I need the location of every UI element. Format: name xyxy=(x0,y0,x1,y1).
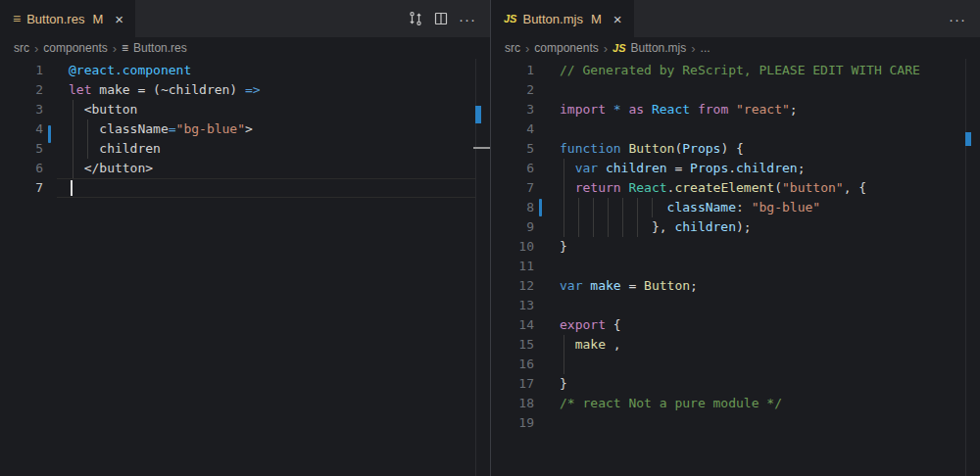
code-line[interactable]: 14export { xyxy=(491,315,980,335)
breadcrumb-item-file[interactable]: Button.res xyxy=(133,41,187,55)
code-line[interactable]: 12var make = Button; xyxy=(491,276,980,296)
line-number: 12 xyxy=(491,276,534,296)
chevron-right-icon: › xyxy=(525,41,529,56)
code-editor-left[interactable]: 1@react.component2let make = (~children)… xyxy=(0,59,490,476)
line-number: 7 xyxy=(491,178,534,198)
line-number: 1 xyxy=(0,61,43,80)
javascript-file-icon: JS xyxy=(504,14,516,24)
code-line[interactable]: 18/* react Not a pure module */ xyxy=(491,394,980,413)
editor-pane-right: JS Button.mjs M × ··· src › components ›… xyxy=(491,0,980,476)
code-text: make , xyxy=(560,335,621,355)
breadcrumb-item-src[interactable]: src xyxy=(505,41,520,55)
line-number: 4 xyxy=(491,119,534,139)
indent-guide xyxy=(593,198,594,217)
tab-label: Button.mjs xyxy=(522,12,582,26)
code-line[interactable]: 3import * as React from "react"; xyxy=(491,100,980,119)
breadcrumb-item-symbol[interactable]: ... xyxy=(701,41,710,55)
code-text: children xyxy=(69,139,161,159)
gutter-modified-indicator xyxy=(48,125,51,143)
current-line-highlight xyxy=(57,178,475,198)
vscode-editor-window: ≡ Button.res M × xyxy=(0,0,980,476)
code-text: <button xyxy=(69,100,137,119)
close-icon[interactable]: × xyxy=(613,12,622,26)
editor-pane-left: ≡ Button.res M × xyxy=(0,0,490,476)
line-number: 15 xyxy=(491,335,534,355)
line-number: 14 xyxy=(491,315,534,335)
overview-ruler-modified-marker[interactable] xyxy=(475,106,481,123)
code-text: var children = Props.children; xyxy=(560,159,806,178)
code-text: import * as React from "react"; xyxy=(560,100,798,119)
indent-guide xyxy=(87,119,88,159)
breadcrumb: src › components › JS Button.mjs › ... xyxy=(491,37,980,59)
line-number: 5 xyxy=(491,139,534,159)
line-number: 17 xyxy=(491,374,534,394)
rescript-file-icon: ≡ xyxy=(13,12,21,25)
line-number: 2 xyxy=(0,80,43,100)
line-number: 16 xyxy=(491,355,534,374)
line-number: 10 xyxy=(491,237,534,257)
more-actions-icon[interactable]: ··· xyxy=(949,11,966,27)
breadcrumb-item-components[interactable]: components xyxy=(43,41,107,55)
indent-guide xyxy=(622,198,623,217)
chevron-right-icon: › xyxy=(34,41,38,56)
line-number: 5 xyxy=(0,139,43,159)
overview-ruler-modified-marker[interactable] xyxy=(965,132,971,146)
code-text: let make = (~children) => xyxy=(69,80,261,100)
overview-ruler-cursor-marker[interactable] xyxy=(473,147,490,149)
indent-guide xyxy=(578,217,579,237)
code-line[interactable]: 4 className="bg-blue"> xyxy=(0,119,490,139)
code-editor-right[interactable]: 1// Generated by ReScript, PLEASE EDIT W… xyxy=(491,59,980,476)
indent-guide xyxy=(593,217,594,237)
close-icon[interactable]: × xyxy=(115,12,123,26)
breadcrumb-item-src[interactable]: src xyxy=(14,41,29,55)
indent-guide xyxy=(608,198,609,217)
gutter-modified-indicator xyxy=(539,199,542,216)
code-text: export { xyxy=(560,315,621,335)
indent-guide xyxy=(564,159,564,237)
open-changes-icon[interactable] xyxy=(408,11,423,26)
line-number: 18 xyxy=(491,394,534,413)
indent-guide xyxy=(608,217,609,237)
split-editor-icon[interactable] xyxy=(433,11,449,26)
pane-divider[interactable] xyxy=(490,0,491,476)
code-line[interactable]: 5function Button(Props) { xyxy=(491,139,980,159)
code-line[interactable]: 10} xyxy=(491,237,980,257)
line-number: 8 xyxy=(491,198,534,217)
line-number: 3 xyxy=(491,100,534,119)
line-number: 6 xyxy=(0,159,43,178)
editor-actions: ··· xyxy=(408,0,490,37)
tab-button-mjs[interactable]: JS Button.mjs M × xyxy=(491,0,634,37)
breadcrumb-item-file[interactable]: Button.mjs xyxy=(631,41,687,55)
code-text: /* react Not a pure module */ xyxy=(560,394,782,413)
code-line[interactable]: 1// Generated by ReScript, PLEASE EDIT W… xyxy=(491,61,980,80)
chevron-right-icon: › xyxy=(604,41,608,56)
code-line[interactable]: 2 xyxy=(491,80,980,100)
more-actions-icon[interactable]: ··· xyxy=(459,11,476,27)
code-line[interactable]: 4 xyxy=(491,119,980,139)
code-line[interactable]: 5 children xyxy=(0,139,490,159)
line-number: 1 xyxy=(491,61,534,80)
code-line[interactable]: 13 xyxy=(491,296,980,315)
code-line[interactable]: 11 xyxy=(491,257,980,276)
line-number: 3 xyxy=(0,100,43,119)
code-line[interactable]: 3 <button xyxy=(0,100,490,119)
indent-guide xyxy=(622,217,623,237)
tab-button-res[interactable]: ≡ Button.res M × xyxy=(0,0,135,37)
tab-bar-right: JS Button.mjs M × ··· xyxy=(491,0,980,37)
code-line[interactable]: 1@react.component xyxy=(0,61,490,80)
code-text: </button> xyxy=(69,159,153,178)
breadcrumb: src › components › ≡ Button.res xyxy=(0,37,490,59)
code-text: var make = Button; xyxy=(560,276,698,296)
indent-guide xyxy=(637,198,638,217)
code-text: function Button(Props) { xyxy=(560,139,744,159)
javascript-file-icon: JS xyxy=(612,43,625,54)
code-line[interactable]: 19 xyxy=(491,413,980,433)
code-line[interactable]: 17} xyxy=(491,374,980,394)
tab-bar-left: ≡ Button.res M × xyxy=(0,0,490,37)
code-line[interactable]: 2let make = (~children) => xyxy=(0,80,490,100)
tab-label: Button.res xyxy=(26,12,84,26)
breadcrumb-item-components[interactable]: components xyxy=(534,41,598,55)
code-line[interactable]: 6 </button> xyxy=(0,159,490,178)
indent-guide xyxy=(73,100,74,178)
code-text: // Generated by ReScript, PLEASE EDIT WI… xyxy=(560,61,920,80)
